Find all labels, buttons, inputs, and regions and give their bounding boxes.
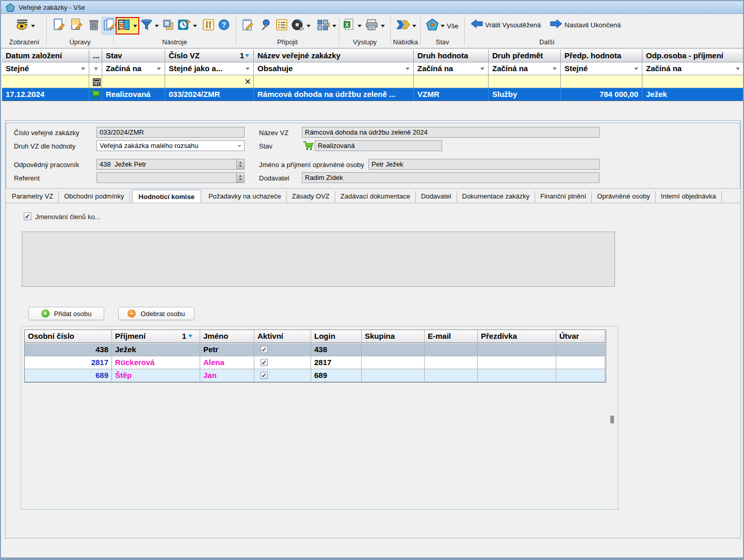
toolbar-button-person-table[interactable] xyxy=(117,18,138,34)
toolbar-button-pin[interactable] xyxy=(259,19,271,33)
form-input-cislo-vz[interactable]: 033/2024/ZMR xyxy=(96,127,245,138)
members-cell[interactable]: ✓ xyxy=(254,356,311,369)
grid-filter-cell[interactable]: Obsahuje xyxy=(254,62,414,75)
toolbar-button-disc[interactable] xyxy=(291,19,311,33)
grid-data-cell[interactable]: 033/2024/ZMR xyxy=(165,88,254,101)
grid-column-header[interactable]: Druh hodnota xyxy=(414,50,489,62)
toolbar-button-squares[interactable] xyxy=(162,19,174,33)
grid-filter-cell[interactable]: Stejné xyxy=(561,62,642,75)
tab-parametry-vz[interactable]: Parametry VZ xyxy=(7,191,59,203)
members-column-header[interactable]: Útvar xyxy=(556,330,605,343)
grid-filter-cell[interactable]: Začíná na xyxy=(102,62,165,75)
add-person-button[interactable]: + Přidat osobu xyxy=(28,307,104,320)
toolbar-button-arrow-left-big[interactable]: Vrátit Vysoutěžená xyxy=(471,19,541,31)
grid-data-cell[interactable]: VZMR xyxy=(414,88,489,101)
form-input-odpovedny-pracovnik[interactable]: 438 Ježek Petr xyxy=(96,159,245,170)
members-cell[interactable]: Štěp xyxy=(112,369,200,382)
members-cell[interactable] xyxy=(556,369,605,382)
tab-intern-objedn-vka[interactable]: Interní objednávka xyxy=(656,191,722,203)
toolbar-button-excel[interactable]: X xyxy=(343,19,362,33)
members-cell[interactable]: 2817 xyxy=(25,356,112,369)
form-input-dodavatel[interactable]: Radim Zídek xyxy=(302,172,600,183)
toolbar-button-chevrons-blue[interactable] xyxy=(396,19,416,33)
members-cell[interactable] xyxy=(556,356,605,369)
grid-data-cell[interactable] xyxy=(89,88,102,101)
members-cell[interactable] xyxy=(425,356,478,369)
active-checkbox[interactable]: ✓ xyxy=(261,346,268,353)
grid-column-header[interactable]: Odp.osoba - příjmení xyxy=(642,50,744,62)
members-cell[interactable]: Petr xyxy=(200,343,254,356)
grid-data-cell[interactable]: Realizovaná xyxy=(102,88,165,101)
toolbar-button-clock-run[interactable] xyxy=(177,19,197,33)
grid-column-header[interactable]: Datum založení xyxy=(2,50,89,62)
grid-filter-input[interactable] xyxy=(642,75,744,88)
members-cell[interactable] xyxy=(425,343,478,356)
active-checkbox[interactable]: ✓ xyxy=(261,359,268,366)
members-cell[interactable]: 2817 xyxy=(311,356,362,369)
scrollbar-thumb[interactable] xyxy=(610,416,614,423)
tab-zad-vac-dokumentace[interactable]: Zadávací dokumentace xyxy=(335,191,416,203)
members-column-header[interactable]: Aktivní xyxy=(254,330,311,343)
members-cell[interactable] xyxy=(425,369,478,382)
tab-obchodn-podm-nky[interactable]: Obchodní podmínky xyxy=(59,191,130,203)
toolbar-button-help[interactable]: ? xyxy=(218,19,230,33)
members-cell[interactable] xyxy=(556,343,605,356)
form-input-nazev-vz[interactable]: Rámcová dohoda na údržbu zeleně 2024 xyxy=(302,127,600,138)
form-input-stav[interactable]: Realizovaná xyxy=(315,140,442,151)
grid-column-header[interactable]: Druh předmět xyxy=(489,50,561,62)
grid-filter-input[interactable]: ✕ xyxy=(165,75,254,88)
members-cell[interactable]: Alena xyxy=(200,356,254,369)
spin-button[interactable] xyxy=(236,159,244,169)
members-cell[interactable]: ✓ xyxy=(254,343,311,356)
clear-filter-icon[interactable]: ✕ xyxy=(245,76,251,88)
tab-dodavatel[interactable]: Dodavatel xyxy=(416,191,457,203)
tab-finan-n-pln-n-[interactable]: Finanční plnění xyxy=(535,191,592,203)
grid-filter-cell[interactable]: Stejné jako a... xyxy=(165,62,254,75)
grid-filter-input[interactable] xyxy=(89,75,102,88)
grid-filter-cell[interactable]: Začíná na xyxy=(414,62,489,75)
grid-data-cell[interactable]: Rámcová dohoda na údržbu zeleně ... xyxy=(254,88,414,101)
toolbar-button-trash[interactable] xyxy=(88,19,100,33)
members-cell[interactable]: Ježek xyxy=(112,343,200,356)
grid-filter-input[interactable] xyxy=(2,75,89,88)
form-input-referent[interactable] xyxy=(96,172,245,183)
members-cell[interactable]: 689 xyxy=(25,369,112,382)
toolbar-button-eye-lines[interactable] xyxy=(15,19,35,33)
toolbar-button-funnel[interactable] xyxy=(140,19,159,33)
grid-data-cell[interactable]: 784 000,00 xyxy=(561,88,642,101)
grid-column-header[interactable]: Název veřejné zakázky xyxy=(254,50,414,62)
grid-filter-input[interactable] xyxy=(489,75,561,88)
members-cell[interactable] xyxy=(478,343,556,356)
spin-button[interactable] xyxy=(236,173,244,183)
members-cell[interactable] xyxy=(362,343,425,356)
toolbar-button-printer[interactable] xyxy=(365,19,385,33)
members-column-header[interactable]: Osobní číslo xyxy=(25,330,112,343)
members-column-header[interactable]: Příjmení1 xyxy=(112,330,200,343)
toolbar-button-page-edit[interactable] xyxy=(70,19,83,33)
members-cell[interactable] xyxy=(362,356,425,369)
members-column-header[interactable]: Skupina xyxy=(362,330,425,343)
members-cell[interactable]: 689 xyxy=(311,369,362,382)
tab-po-adavky-na-uchaze-e[interactable]: Požadavky na uchazeče xyxy=(203,191,287,203)
tab-opr-vn-n-osoby[interactable]: Oprávněné osoby xyxy=(592,191,656,203)
active-checkbox[interactable]: ✓ xyxy=(261,372,268,379)
grid-filter-input[interactable] xyxy=(102,75,165,88)
toolbar-button-pentagon-play[interactable]: Vše xyxy=(426,19,458,33)
remove-person-button[interactable]: − Odebrat osobu xyxy=(118,307,195,320)
grid-filter-cell[interactable] xyxy=(89,62,102,75)
grid-column-header[interactable]: Stav xyxy=(102,50,165,62)
grid-filter-cell[interactable]: Stejné xyxy=(2,62,89,75)
commission-checkbox[interactable]: ✓ xyxy=(24,212,31,220)
toolbar-button-arrow-right-big[interactable]: Nastavit Ukončená xyxy=(550,19,621,31)
members-cell[interactable]: 438 xyxy=(25,343,112,356)
form-input-opravnena-osoba[interactable]: Petr Ježek xyxy=(368,159,600,170)
grid-filter-cell[interactable]: Začíná na xyxy=(642,62,744,75)
commission-notes-box[interactable] xyxy=(22,232,615,287)
grid-filter-input[interactable] xyxy=(561,75,642,88)
toolbar-button-sliders[interactable] xyxy=(202,19,215,33)
grid-data-cell[interactable]: Služby xyxy=(489,88,561,101)
members-cell[interactable] xyxy=(478,369,556,382)
members-cell[interactable]: ✓ xyxy=(254,369,311,382)
grid-filter-input[interactable] xyxy=(254,75,414,88)
toolbar-button-page-new[interactable] xyxy=(53,19,65,33)
